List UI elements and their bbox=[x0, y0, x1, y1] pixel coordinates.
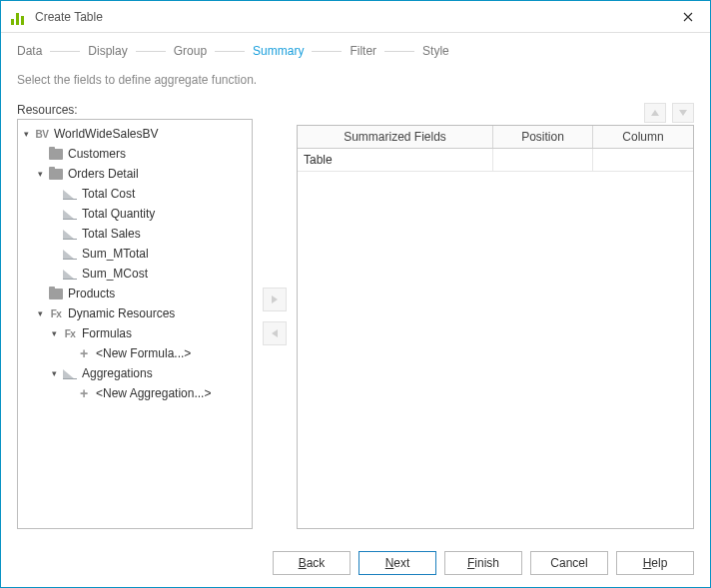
cell-column[interactable] bbox=[593, 149, 693, 171]
wizard-steps: Data Display Group Summary Filter Style bbox=[1, 33, 710, 69]
content-area: Resources: ▾ BV WorldWideSalesBV ▾ Custo… bbox=[1, 103, 710, 539]
tree-node-orders-detail[interactable]: ▾ Orders Detail bbox=[18, 164, 252, 184]
measure-icon bbox=[62, 227, 78, 241]
step-separator bbox=[215, 51, 245, 52]
tree-node-dynamic-resources[interactable]: ▾ Fx Dynamic Resources bbox=[18, 303, 252, 323]
tree-node-aggregations[interactable]: ▾ Aggregations bbox=[18, 363, 252, 383]
btn-label: ext bbox=[393, 556, 409, 570]
tree-label: Customers bbox=[68, 147, 126, 161]
step-style[interactable]: Style bbox=[422, 44, 449, 58]
folder-icon bbox=[48, 287, 64, 300]
tree-node-root[interactable]: ▾ BV WorldWideSalesBV bbox=[18, 124, 252, 144]
tree-label: <New Aggregation...> bbox=[96, 386, 211, 400]
next-button[interactable]: Next bbox=[358, 551, 436, 575]
measure-icon bbox=[62, 247, 78, 261]
step-separator bbox=[312, 51, 342, 52]
measure-icon bbox=[62, 187, 78, 201]
step-separator bbox=[50, 51, 80, 52]
plus-icon: + bbox=[76, 386, 92, 400]
reorder-controls bbox=[297, 103, 694, 123]
move-down-button[interactable] bbox=[672, 103, 694, 123]
tree-node-new-formula[interactable]: ▾ + <New Formula...> bbox=[18, 343, 252, 363]
tree-node-sum-mcost[interactable]: ▾ Sum_MCost bbox=[18, 264, 252, 284]
arrow-down-icon bbox=[677, 107, 689, 119]
folder-icon bbox=[48, 167, 64, 181]
step-data[interactable]: Data bbox=[17, 44, 42, 58]
dialog-footer: Back Next Finish Cancel Help bbox=[1, 539, 710, 587]
chevron-down-icon[interactable]: ▾ bbox=[48, 367, 60, 379]
app-icon bbox=[11, 9, 27, 25]
tree-node-new-aggregation[interactable]: ▾ + <New Aggregation...> bbox=[18, 383, 252, 403]
arrow-right-icon bbox=[269, 294, 281, 305]
summarized-fields-grid[interactable]: Summarized Fields Position Column Table bbox=[297, 125, 694, 529]
tree-node-sum-mtotal[interactable]: ▾ Sum_MTotal bbox=[18, 244, 252, 264]
chevron-down-icon[interactable]: ▾ bbox=[34, 168, 46, 180]
move-up-button[interactable] bbox=[644, 103, 666, 123]
tree-node-formulas[interactable]: ▾ Fx Formulas bbox=[18, 323, 252, 343]
grid-header-position[interactable]: Position bbox=[493, 126, 593, 148]
tree-node-total-cost[interactable]: ▾ Total Cost bbox=[18, 184, 252, 204]
cell-position[interactable] bbox=[493, 149, 593, 171]
grid-header-column[interactable]: Column bbox=[593, 126, 693, 148]
measure-icon bbox=[62, 207, 78, 221]
window-title: Create Table bbox=[35, 10, 103, 24]
add-field-button[interactable] bbox=[263, 288, 287, 311]
help-button[interactable]: Help bbox=[616, 551, 694, 575]
arrow-up-icon bbox=[649, 107, 661, 119]
resources-panel: Resources: ▾ BV WorldWideSalesBV ▾ Custo… bbox=[17, 103, 253, 529]
fx-icon: Fx bbox=[48, 306, 64, 320]
chevron-down-icon[interactable]: ▾ bbox=[20, 128, 32, 140]
tree-label: Formulas bbox=[82, 326, 132, 340]
finish-button[interactable]: Finish bbox=[444, 551, 522, 575]
tree-label: <New Formula...> bbox=[96, 346, 191, 360]
summarized-panel: Summarized Fields Position Column Table bbox=[297, 103, 694, 529]
cell-summarized[interactable]: Table bbox=[298, 149, 493, 171]
step-description: Select the fields to define aggregate fu… bbox=[1, 69, 710, 103]
btn-label: elp bbox=[651, 556, 667, 570]
transfer-controls bbox=[253, 103, 297, 529]
create-table-dialog: Create Table Data Display Group Summary … bbox=[0, 0, 711, 588]
table-row[interactable]: Table bbox=[298, 149, 693, 172]
tree-label: Sum_MTotal bbox=[82, 247, 149, 261]
grid-header-summarized[interactable]: Summarized Fields bbox=[298, 126, 493, 148]
btn-label: inish bbox=[474, 556, 499, 570]
step-separator bbox=[384, 51, 414, 52]
tree-label: Total Cost bbox=[82, 187, 135, 201]
measure-icon bbox=[62, 366, 78, 380]
tree-label: Total Sales bbox=[82, 227, 141, 241]
tree-node-total-quantity[interactable]: ▾ Total Quantity bbox=[18, 204, 252, 224]
step-filter[interactable]: Filter bbox=[350, 44, 376, 58]
tree-label: Aggregations bbox=[82, 366, 153, 380]
business-view-icon: BV bbox=[34, 127, 50, 141]
chevron-down-icon[interactable]: ▾ bbox=[34, 307, 46, 319]
tree-node-products[interactable]: ▾ Products bbox=[18, 284, 252, 303]
folder-icon bbox=[48, 147, 64, 161]
fx-icon: Fx bbox=[62, 326, 78, 340]
step-display[interactable]: Display bbox=[88, 44, 127, 58]
btn-label: ack bbox=[307, 556, 326, 570]
tree-node-total-sales[interactable]: ▾ Total Sales bbox=[18, 224, 252, 244]
close-button[interactable] bbox=[674, 3, 702, 31]
remove-field-button[interactable] bbox=[263, 321, 287, 345]
measure-icon bbox=[62, 267, 78, 281]
plus-icon: + bbox=[76, 346, 92, 360]
close-icon bbox=[683, 12, 693, 22]
tree-label: Sum_MCost bbox=[82, 267, 148, 281]
tree-label: Products bbox=[68, 287, 115, 300]
step-group[interactable]: Group bbox=[174, 44, 207, 58]
resources-label: Resources: bbox=[17, 103, 253, 117]
tree-label: Total Quantity bbox=[82, 207, 155, 221]
tree-label: WorldWideSalesBV bbox=[54, 127, 158, 141]
grid-body: Table bbox=[298, 149, 693, 528]
tree-label: Orders Detail bbox=[68, 167, 139, 181]
grid-header: Summarized Fields Position Column bbox=[298, 126, 693, 149]
cancel-button[interactable]: Cancel bbox=[530, 551, 608, 575]
arrow-left-icon bbox=[269, 327, 281, 339]
tree-node-customers[interactable]: ▾ Customers bbox=[18, 144, 252, 164]
resources-tree[interactable]: ▾ BV WorldWideSalesBV ▾ Customers ▾ Orde… bbox=[17, 119, 253, 529]
step-summary[interactable]: Summary bbox=[253, 44, 304, 58]
step-separator bbox=[136, 51, 166, 52]
back-button[interactable]: Back bbox=[273, 551, 351, 575]
tree-label: Dynamic Resources bbox=[68, 306, 175, 320]
chevron-down-icon[interactable]: ▾ bbox=[48, 327, 60, 339]
